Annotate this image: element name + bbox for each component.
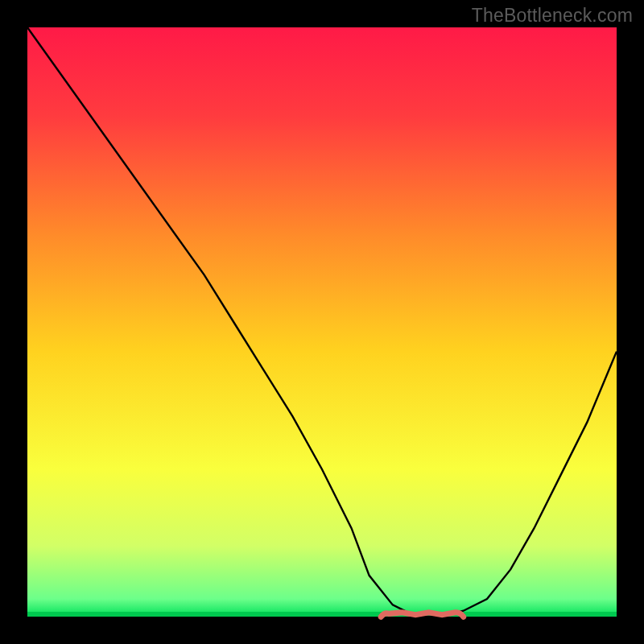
bottleneck-chart — [0, 0, 644, 644]
watermark-text: TheBottleneck.com — [472, 5, 633, 27]
green-bottom-edge — [27, 612, 617, 617]
plot-background — [27, 27, 617, 617]
chart-frame: TheBottleneck.com — [0, 0, 644, 644]
